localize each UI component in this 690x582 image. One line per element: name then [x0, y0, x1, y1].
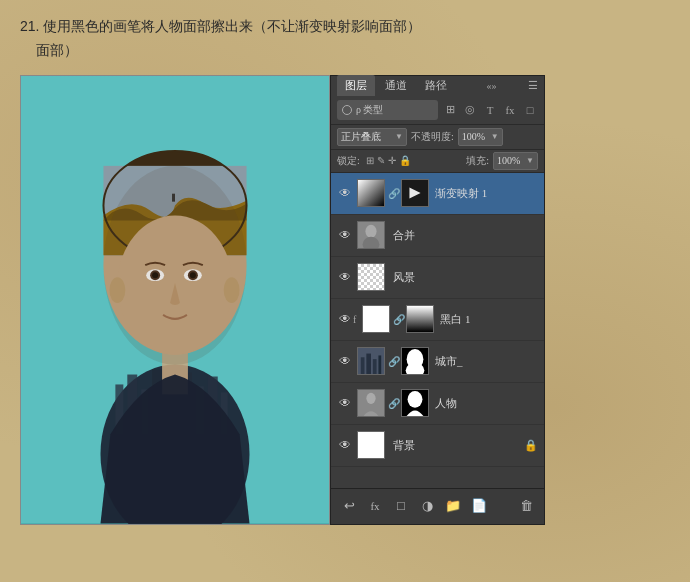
chain-icon: 🔗	[389, 179, 399, 207]
eye-visibility-icon[interactable]: 👁	[337, 227, 353, 243]
filter-icon5[interactable]: □	[522, 102, 538, 118]
svg-point-42	[408, 391, 423, 408]
fill-value: 100%	[497, 155, 520, 166]
opacity-arrow: ▼	[491, 132, 499, 141]
eye-visibility-icon[interactable]: 👁	[337, 437, 353, 453]
add-mask-icon[interactable]: □	[391, 496, 411, 516]
filter-icon4[interactable]: fx	[502, 102, 518, 118]
eye-visibility-icon[interactable]: 👁	[337, 269, 353, 285]
lock-draw-icon[interactable]: ✎	[377, 155, 385, 166]
new-group-icon[interactable]: 📁	[443, 496, 463, 516]
search-box[interactable]: ρ 类型	[337, 100, 438, 120]
lock-fill-row: 锁定: ⊞ ✎ ✛ 🔒 填充: 100% ▼	[331, 150, 544, 173]
tab-channels[interactable]: 通道	[377, 75, 415, 96]
filter-icon2[interactable]: ◎	[462, 102, 478, 118]
svg-rect-33	[366, 354, 371, 374]
filter-row: ρ 类型 ⊞ ◎ T fx □	[331, 96, 544, 125]
layer-name-text: 风景	[393, 270, 415, 285]
tab-paths[interactable]: 路径	[417, 75, 455, 96]
layer-row[interactable]: 👁 风景	[331, 257, 544, 299]
instruction-title: 21. 使用黑色的画笔将人物面部擦出来（不让渐变映射影响面部） 面部）	[20, 15, 670, 63]
search-type-label: ρ 类型	[356, 103, 384, 117]
eye-visibility-icon[interactable]: 👁	[337, 395, 353, 411]
layer-row[interactable]: 👁 背景 🔒	[331, 425, 544, 467]
content-area: 图层 通道 路径 «» ☰ ρ 类型 ⊞ ◎ T fx □	[20, 75, 670, 525]
filter-icon1[interactable]: ⊞	[442, 102, 458, 118]
svg-rect-34	[373, 359, 377, 374]
adjustment-layer-icon[interactable]: ◑	[417, 496, 437, 516]
lock-icons: ⊞ ✎ ✛ 🔒	[366, 155, 411, 166]
fill-arrow: ▼	[526, 156, 534, 165]
layer-row[interactable]: 👁 🔗	[331, 341, 544, 383]
layer-row[interactable]: 👁 🔗 渐变映射 1	[331, 173, 544, 215]
chain-icon: 🔗	[389, 347, 399, 375]
layer-name-text: 合并	[393, 228, 415, 243]
layer-thumbnail-main	[357, 221, 385, 249]
chain-icon: 🔗	[394, 305, 404, 333]
opacity-select[interactable]: 100% ▼	[458, 128, 503, 146]
layers-list: 👁 🔗 渐变映射 1 👁	[331, 173, 544, 483]
panel-menu-icon[interactable]: ☰	[528, 79, 538, 92]
layer-thumbnail-main	[357, 263, 385, 291]
svg-point-29	[365, 225, 376, 238]
layer-name-text: 背景	[393, 438, 415, 453]
lock-all-icon[interactable]: 🔒	[399, 155, 411, 166]
layer-thumbnail-main	[357, 389, 385, 417]
layer-name-text: 黑白 1	[440, 312, 470, 327]
lock-pixels-icon[interactable]: ⊞	[366, 155, 374, 166]
composite-image	[21, 76, 329, 524]
page-container: 21. 使用黑色的画笔将人物面部擦出来（不让渐变映射影响面部） 面部）	[0, 0, 690, 582]
panel-tabs: 图层 通道 路径	[337, 75, 455, 96]
fill-row: 填充: 100% ▼	[466, 152, 538, 170]
title-indent	[20, 42, 36, 58]
opacity-value: 100%	[462, 131, 485, 142]
layer-row[interactable]: 👁 f 🔗 黑白 1	[331, 299, 544, 341]
blend-mode-select[interactable]: 正片叠底 ▼	[337, 128, 407, 146]
layer-thumbnail-main	[357, 347, 385, 375]
layer-name-text: 人物	[435, 396, 457, 411]
main-canvas	[20, 75, 330, 525]
eye-visibility-icon[interactable]: 👁	[337, 311, 353, 327]
new-layer-icon[interactable]: 📄	[469, 496, 489, 516]
fill-label: 填充:	[466, 154, 489, 168]
svg-marker-27	[409, 188, 420, 199]
blend-mode-arrow: ▼	[395, 132, 403, 141]
panel-bottom-toolbar: ↩ fx □ ◑ 📁 📄 🗑	[331, 488, 544, 524]
opacity-label: 不透明度:	[411, 130, 454, 144]
eye-visibility-icon[interactable]: 👁	[337, 185, 353, 201]
lock-label: 锁定:	[337, 154, 360, 168]
layer-effects-icon[interactable]: fx	[365, 496, 385, 516]
f-mask-icon: f	[353, 314, 356, 325]
layer-mask-thumbnail	[401, 347, 429, 375]
link-layers-icon[interactable]: ↩	[339, 496, 359, 516]
fill-select[interactable]: 100% ▼	[493, 152, 538, 170]
title-line2: 面部）	[36, 42, 78, 58]
blend-opacity-row: 正片叠底 ▼ 不透明度: 100% ▼	[331, 125, 544, 150]
layer-name-text: 渐变映射 1	[435, 186, 487, 201]
layer-mask-thumbnail	[401, 389, 429, 417]
search-icon	[342, 105, 352, 115]
layers-panel: 图层 通道 路径 «» ☰ ρ 类型 ⊞ ◎ T fx □	[330, 75, 545, 525]
layer-thumbnail-main	[357, 431, 385, 459]
chain-icon: 🔗	[389, 389, 399, 417]
layer-mask-thumbnail	[401, 179, 429, 207]
lock-move-icon[interactable]: ✛	[388, 155, 396, 166]
filter-icon3[interactable]: T	[482, 102, 498, 118]
collapse-arrows-icon[interactable]: «»	[487, 80, 497, 91]
panel-header: 图层 通道 路径 «» ☰	[331, 76, 544, 96]
layer-thumbnail-main	[362, 305, 390, 333]
layer-mask-thumbnail	[406, 305, 434, 333]
layer-row[interactable]: 👁 🔗	[331, 383, 544, 425]
tab-layers[interactable]: 图层	[337, 75, 375, 96]
layer-row[interactable]: 👁 合并	[331, 215, 544, 257]
delete-layer-icon[interactable]: 🗑	[516, 496, 536, 516]
layer-lock-icon: 🔒	[524, 439, 538, 452]
blend-mode-value: 正片叠底	[341, 130, 381, 144]
title-line1: 21. 使用黑色的画笔将人物面部擦出来（不让渐变映射影响面部）	[20, 18, 421, 34]
layer-name-text: 城市_	[435, 354, 463, 369]
eye-visibility-icon[interactable]: 👁	[337, 353, 353, 369]
svg-rect-32	[361, 357, 365, 374]
layer-thumbnail-main	[357, 179, 385, 207]
svg-point-40	[366, 393, 375, 404]
svg-rect-35	[378, 356, 381, 375]
